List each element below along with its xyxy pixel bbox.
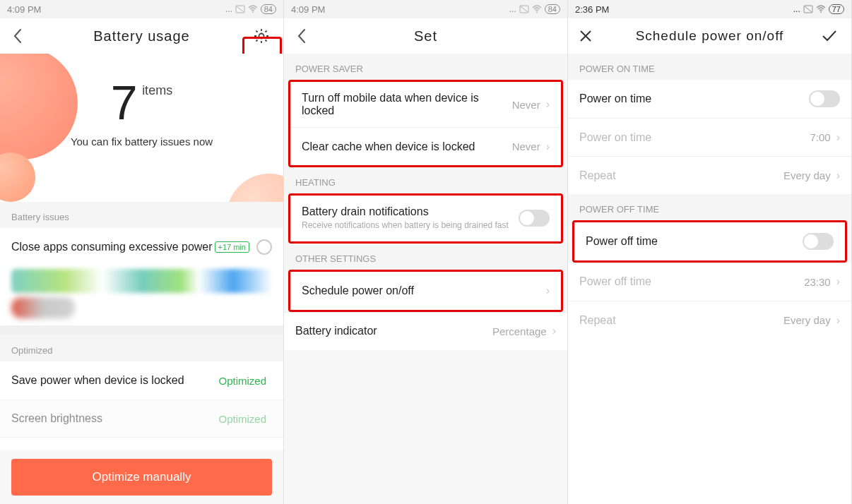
row-value: Never	[512, 140, 540, 152]
toggle-off[interactable]	[803, 233, 834, 250]
row-value: Percentage	[492, 325, 547, 337]
row-label: Power on time	[579, 131, 810, 144]
no-sim-icon	[803, 5, 813, 13]
blurred-apps-row	[11, 269, 272, 293]
row-save-power-locked[interactable]: Save power when device is locked Optimiz…	[0, 361, 283, 400]
settings-button[interactable]	[244, 18, 279, 54]
row-label: Screen brightness	[11, 412, 218, 425]
svg-point-3	[259, 34, 264, 39]
confirm-button[interactable]	[812, 18, 847, 54]
row-label: Power off time	[579, 275, 804, 288]
status-time: 2:36 PM	[575, 4, 609, 15]
status-bar: 4:09 PM ... 84	[0, 0, 283, 18]
checkbox-empty[interactable]	[256, 239, 272, 255]
toggle-off[interactable]	[809, 90, 840, 107]
bg-circle	[0, 152, 35, 202]
row-power-on-repeat[interactable]: Repeat Every day ›	[568, 156, 851, 194]
row-power-off-toggle[interactable]: Power off time	[574, 222, 845, 260]
row-schedule-power[interactable]: Schedule power on/off ›	[290, 272, 561, 310]
blurred-apps-row	[11, 297, 75, 318]
row-battery-indicator[interactable]: Battery indicator Percentage ›	[284, 312, 567, 350]
status-time: 4:09 PM	[291, 4, 325, 15]
status-right: ... 84	[225, 4, 276, 14]
section-power-on-time: POWER ON TIME	[568, 54, 851, 80]
row-value: 23:30	[804, 276, 831, 288]
svg-point-7	[536, 11, 538, 13]
status-battery: 77	[829, 4, 844, 14]
row-label: Battery indicator	[295, 325, 492, 337]
row-value: 7:00	[810, 131, 830, 143]
row-label: Repeat	[579, 314, 783, 327]
svg-line-1	[237, 6, 244, 12]
row-label: Turn off mobile data when device is lock…	[302, 92, 512, 117]
close-button[interactable]	[568, 18, 603, 54]
section-battery-issues: Battery issues	[0, 202, 283, 228]
status-dots: ...	[509, 4, 516, 14]
annotation-highlight: Turn off mobile data when device is lock…	[288, 80, 563, 167]
page-title: Schedule power on/off	[636, 28, 784, 44]
chevron-right-icon: ›	[836, 314, 840, 327]
row-label: Close apps consuming excessive power	[11, 241, 215, 253]
row-battery-drain-notif[interactable]: Battery drain notifications Receive noti…	[290, 196, 561, 241]
back-button[interactable]	[284, 18, 319, 54]
header: Battery usage	[0, 18, 283, 54]
row-value: Never	[512, 99, 540, 111]
optimize-manually-button[interactable]: Optimize manually	[11, 459, 272, 496]
annotation-highlight: Schedule power on/off ›	[288, 270, 563, 312]
page-title: Set	[414, 28, 437, 44]
chevron-right-icon: ›	[552, 325, 556, 337]
bg-circle	[227, 174, 283, 202]
toggle-off[interactable]	[519, 210, 550, 227]
gear-icon	[254, 28, 269, 44]
no-sim-icon	[235, 5, 245, 13]
status-battery: 84	[261, 4, 276, 14]
status-right: ... 84	[509, 4, 560, 14]
row-mobile-data-locked[interactable]: Turn off mobile data when device is lock…	[290, 82, 561, 127]
header: Schedule power on/off	[568, 18, 851, 54]
row-power-off-repeat[interactable]: Repeat Every day ›	[568, 301, 851, 339]
row-label: Schedule power on/off	[302, 284, 546, 297]
status-battery: 84	[545, 4, 560, 14]
wifi-icon	[816, 5, 826, 13]
row-label: Repeat	[579, 169, 783, 182]
row-power-on-time[interactable]: Power on time 7:00 ›	[568, 118, 851, 156]
row-screen-brightness[interactable]: Screen brightness Optimized	[0, 400, 283, 438]
svg-line-9	[805, 6, 812, 12]
row-label: Battery drain notifications	[302, 205, 519, 218]
section-optimized: Optimized	[0, 335, 283, 361]
chevron-right-icon: ›	[546, 140, 550, 153]
status-bar: 2:36 PM ... 77	[568, 0, 851, 18]
status-dots: ...	[225, 4, 232, 14]
chevron-right-icon: ›	[836, 169, 840, 182]
row-label: Save power when device is locked	[11, 374, 218, 387]
svg-point-10	[820, 11, 822, 13]
status-right: ... 77	[793, 4, 844, 14]
row-label: Power off time	[586, 235, 803, 248]
annotation-highlight: Battery drain notifications Receive noti…	[288, 193, 563, 244]
row-value: Optimized	[218, 413, 266, 425]
row-close-apps[interactable]: Close apps consuming excessive power +17…	[0, 228, 283, 266]
chevron-right-icon: ›	[836, 275, 840, 288]
annotation-highlight: Power off time	[572, 220, 847, 263]
page-title: Battery usage	[93, 28, 189, 44]
hero-area: 7 items You can fix battery issues now	[0, 54, 283, 202]
row-power-on-toggle[interactable]: Power on time	[568, 80, 851, 118]
chevron-left-icon	[13, 28, 23, 44]
row-label: Clear cache when device is locked	[302, 140, 512, 153]
wifi-icon	[248, 5, 258, 13]
wifi-icon	[532, 5, 542, 13]
svg-line-6	[521, 6, 528, 12]
section-power-saver: POWER SAVER	[284, 54, 567, 80]
row-subtitle: Receive notifications when battery is be…	[302, 220, 519, 232]
chevron-left-icon	[297, 28, 307, 44]
row-power-off-time[interactable]: Power off time 23:30 ›	[568, 263, 851, 301]
row-label: Power on time	[579, 92, 809, 105]
row-value: Optimized	[218, 375, 266, 387]
svg-point-2	[252, 11, 254, 13]
back-button[interactable]	[0, 18, 35, 54]
time-savings-badge: +17 min	[215, 241, 249, 253]
close-icon	[579, 30, 592, 42]
check-icon	[822, 30, 837, 42]
section-heating: HEATING	[284, 167, 567, 193]
row-clear-cache-locked[interactable]: Clear cache when device is locked Never …	[290, 127, 561, 165]
